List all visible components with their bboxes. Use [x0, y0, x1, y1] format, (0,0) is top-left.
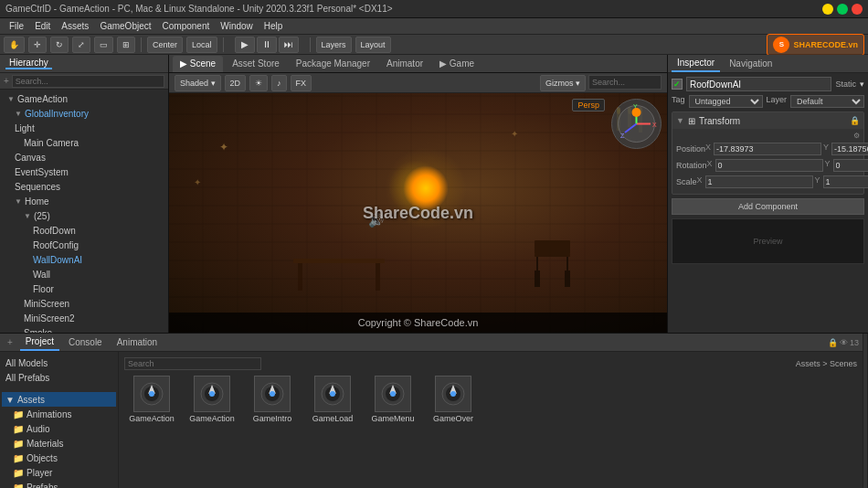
h-light[interactable]: Light [0, 121, 168, 135]
h-home[interactable]: ▼Home [0, 194, 168, 208]
tool-hand[interactable]: ✋ [4, 37, 25, 53]
folder-objects[interactable]: 📁Objects [2, 451, 116, 465]
pause-button[interactable]: ⏸ [257, 37, 277, 53]
h-miniscreen2[interactable]: MiniScreen2 [0, 311, 168, 325]
resize-handle-bottom[interactable] [863, 334, 868, 488]
tool-rotate[interactable]: ↻ [50, 37, 69, 53]
h-walldownai[interactable]: WallDownAI [0, 252, 168, 267]
scene-item-gameover[interactable]: GameOver [426, 376, 481, 423]
menu-component[interactable]: Component [157, 18, 216, 34]
step-button[interactable]: ⏭ [279, 37, 299, 53]
rot-y[interactable] [833, 159, 868, 172]
h-eventsystem[interactable]: EventSystem [0, 164, 168, 179]
folder-materials[interactable]: 📁Materials [2, 436, 116, 451]
folder-audio[interactable]: 📁Audio [2, 421, 116, 436]
folder-animations[interactable]: 📁Animations [2, 407, 116, 421]
pos-x[interactable] [714, 143, 821, 155]
menu-assets[interactable]: Assets [56, 18, 94, 34]
project-add-btn[interactable]: + [4, 337, 16, 347]
scene-item-gameload[interactable]: GameLoad [305, 376, 360, 423]
tab-game[interactable]: ▶ Game [432, 56, 482, 72]
static-toggle[interactable]: ▾ [860, 80, 864, 89]
fx-toggle[interactable]: FX [291, 75, 312, 91]
folder-prefabs[interactable]: 📁Prefabs [2, 480, 116, 488]
play-button[interactable]: ▶ [235, 37, 255, 53]
tab-inspector[interactable]: Inspector [672, 55, 720, 72]
h-smoke[interactable]: Smoke [0, 325, 168, 333]
h-miniscreen[interactable]: MiniScreen [0, 296, 168, 311]
lighting-toggle[interactable]: ☀ [249, 75, 268, 91]
tab-project[interactable]: Project [20, 334, 59, 351]
hierarchy-tab[interactable]: Hierarchy [5, 58, 52, 69]
tab-animation[interactable]: Animation [111, 334, 163, 351]
2d-toggle[interactable]: 2D [225, 75, 247, 91]
menu-gameobject[interactable]: GameObject [94, 18, 156, 34]
h-maincamera[interactable]: Main Camera [0, 135, 168, 150]
scene-viewport[interactable]: 🔊 [169, 93, 667, 333]
layout-dropdown[interactable]: Layout [355, 37, 391, 53]
svg-rect-8 [376, 263, 380, 291]
proj-eye-icon[interactable]: 👁 [840, 338, 848, 347]
hierarchy-search[interactable] [12, 75, 164, 88]
scene-search[interactable] [588, 75, 662, 90]
center-toggle[interactable]: Center [147, 37, 183, 53]
tab-console[interactable]: Console [63, 334, 108, 351]
scene-item-gamemenu[interactable]: GameMenu [365, 376, 420, 423]
h-wall[interactable]: Wall [0, 267, 168, 281]
menu-help[interactable]: Help [259, 18, 289, 34]
layer-select[interactable]: Default [790, 95, 864, 108]
scale-x[interactable] [705, 175, 813, 188]
tag-select[interactable]: Untagged [689, 95, 763, 108]
static-label: Static [835, 80, 856, 89]
proj-lock-icon[interactable]: 🔒 [828, 338, 838, 347]
transform-header[interactable]: ▼ ⊞ Transform 🔒 [672, 112, 863, 129]
close-button[interactable] [852, 4, 863, 15]
tab-scene[interactable]: ▶ Scene [173, 56, 223, 72]
tool-rect[interactable]: ▭ [94, 37, 113, 53]
folder-assets[interactable]: ▼Assets [2, 392, 116, 407]
navigation-gizmo[interactable]: X Y Z [611, 99, 662, 149]
maximize-button[interactable] [837, 4, 848, 15]
h-roofconfig[interactable]: RoofConfig [0, 238, 168, 252]
tab-packagemanager[interactable]: Package Manager [289, 56, 377, 72]
layers-dropdown[interactable]: Layers [316, 37, 352, 53]
tab-navigation[interactable]: Navigation [724, 55, 778, 72]
h-roofdown[interactable]: RoofDown [0, 223, 168, 238]
pos-y[interactable] [831, 143, 868, 155]
active-checkbox[interactable]: ✓ [672, 79, 683, 90]
scene-item-gameaction2[interactable]: GameAction [185, 376, 239, 423]
hierarchy-add-btn[interactable]: + [4, 76, 9, 86]
tool-move[interactable]: ✛ [28, 37, 47, 53]
scene-item-gameaction[interactable]: GameAction [124, 376, 179, 423]
folder-allmodels[interactable]: All Models [2, 355, 116, 370]
shaded-dropdown[interactable]: Shaded ▾ [175, 75, 221, 91]
torch-light [403, 165, 449, 211]
scale-y[interactable] [823, 175, 868, 188]
add-component-button[interactable]: Add Component [672, 198, 864, 215]
folder-allprefabs[interactable]: All Prefabs [2, 370, 116, 385]
menu-file[interactable]: File [4, 18, 29, 34]
h-25[interactable]: ▼(25) [0, 208, 168, 223]
h-gameaction[interactable]: ▼GameAction [0, 91, 168, 106]
folder-player[interactable]: 📁Player [2, 465, 116, 480]
minimize-button[interactable] [822, 4, 833, 15]
h-globalinventory[interactable]: ▼GlobalInventory [0, 106, 168, 121]
tool-scale[interactable]: ⤢ [72, 37, 90, 53]
tab-assetstore[interactable]: Asset Store [225, 56, 287, 72]
object-name-input[interactable] [686, 77, 831, 91]
menu-edit[interactable]: Edit [29, 18, 56, 34]
h-sequences[interactable]: Sequences [0, 179, 168, 194]
tool-transform[interactable]: ⊞ [117, 37, 135, 53]
local-toggle[interactable]: Local [186, 37, 217, 53]
scene-item-gameintro[interactable]: GameIntro [245, 376, 300, 423]
h-canvas[interactable]: Canvas [0, 150, 168, 164]
toolbar-sep-3 [310, 37, 311, 52]
menu-window[interactable]: Window [215, 18, 259, 34]
gizmos-btn[interactable]: Gizmos ▾ [540, 75, 586, 91]
tab-animator[interactable]: Animator [379, 56, 430, 72]
component-menu-icon[interactable]: ⚙ [853, 132, 860, 140]
project-search[interactable] [124, 357, 261, 370]
audio-toggle[interactable]: ♪ [271, 75, 287, 91]
h-floor[interactable]: Floor [0, 281, 168, 296]
rot-x[interactable] [715, 159, 823, 172]
